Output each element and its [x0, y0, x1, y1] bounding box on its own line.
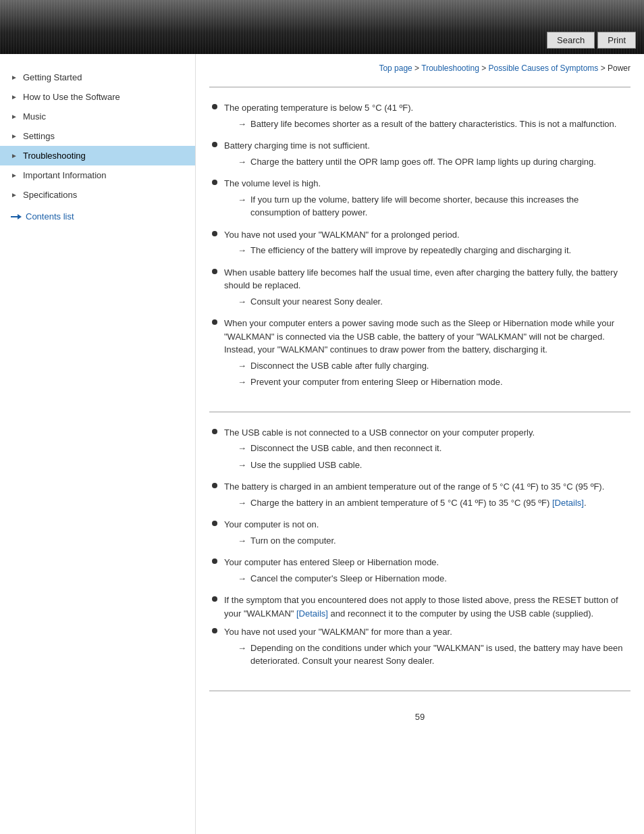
details-link-2[interactable]: [Details]: [296, 608, 328, 619]
bullet-item: The battery is charged in an ambient tem…: [209, 480, 630, 513]
arrow-symbol: →: [238, 359, 246, 373]
arrow-item: → Charge the battery until the OPR lamp …: [224, 155, 630, 169]
arrow-icon: ►: [11, 132, 19, 140]
bullet-item: The volume level is high. → If you turn …: [209, 177, 630, 223]
bullet-dot: [212, 104, 217, 109]
main-content: Top page > Troubleshooting > Possible Ca…: [196, 54, 644, 834]
breadcrumb-troubleshooting[interactable]: Troubleshooting: [421, 63, 479, 73]
sidebar-item-label: Settings: [23, 131, 55, 141]
arrow-item: → Charge the battery in an ambient tempe…: [224, 496, 630, 510]
sidebar-item-label: Troubleshooting: [23, 151, 86, 161]
bullet-dot: [212, 180, 217, 185]
page-number: 59: [209, 698, 630, 722]
print-button[interactable]: Print: [597, 32, 636, 49]
arrow-symbol: →: [238, 642, 246, 655]
bullet-dot: [212, 483, 217, 488]
bullet-dot: [212, 628, 217, 633]
arrow-item: → If you turn up the volume, battery lif…: [224, 193, 630, 219]
sidebar-item-label: Specifications: [23, 190, 77, 200]
bullet-item: Battery charging time is not sufficient.…: [209, 139, 630, 172]
arrow-text: Depending on the conditions under which …: [250, 642, 630, 668]
bullet-text: You have not used your "WALKMAN" for a p…: [224, 230, 460, 240]
bullet-item: If the symptom that you encountered does…: [209, 594, 630, 620]
bullet-item: Your computer has entered Sleep or Hiber…: [209, 556, 630, 588]
sidebar-item-settings[interactable]: ► Settings: [0, 126, 195, 146]
section2: The USB cable is not connected to a USB …: [209, 419, 630, 683]
bullet-text: Your computer is not on.: [224, 519, 319, 529]
page-layout: ► Getting Started ► How to Use the Softw…: [0, 54, 644, 834]
arrow-text: If you turn up the volume, battery life …: [250, 193, 630, 219]
arrow-icon: ►: [11, 152, 19, 159]
arrow-item: → Cancel the computer's Sleep or Hiberna…: [224, 572, 630, 585]
arrow-right-icon: [11, 213, 23, 221]
bullet-item: The USB cable is not connected to a USB …: [209, 426, 630, 475]
breadcrumb-possible-causes[interactable]: Possible Causes of Symptoms: [489, 63, 599, 73]
arrow-text: Battery life becomes shorter as a result…: [250, 118, 630, 131]
arrow-item: → Turn on the computer.: [224, 534, 630, 548]
section-divider-middle: [209, 411, 630, 413]
arrow-symbol: →: [238, 459, 246, 472]
arrow-symbol: →: [238, 572, 246, 585]
search-button[interactable]: Search: [547, 32, 595, 49]
arrow-symbol: →: [238, 244, 246, 257]
sidebar-item-important-info[interactable]: ► Important Information: [0, 165, 195, 185]
arrow-item: → The efficiency of the battery will imp…: [224, 244, 630, 257]
page-header: Search Print: [0, 0, 644, 54]
section-divider-top: [209, 86, 630, 88]
bullet-text: The volume level is high.: [224, 178, 321, 188]
arrow-item: → Use the supplied USB cable.: [224, 459, 630, 472]
breadcrumb-top-page[interactable]: Top page: [379, 63, 412, 73]
arrow-item: → Disconnect the USB cable, and then rec…: [224, 442, 630, 455]
arrow-item: → Battery life becomes shorter as a resu…: [224, 118, 630, 131]
breadcrumb: Top page > Troubleshooting > Possible Ca…: [209, 54, 630, 80]
arrow-symbol: →: [238, 155, 246, 169]
arrow-symbol: →: [238, 118, 246, 131]
arrow-text: Charge the battery in an ambient tempera…: [250, 496, 630, 510]
sidebar-item-label: Music: [23, 111, 46, 122]
bullet-item: When your computer enters a power saving…: [209, 317, 630, 392]
bullet-dot: [212, 596, 217, 602]
arrow-text: Prevent your computer from entering Slee…: [250, 375, 630, 389]
sidebar-item-how-to-use[interactable]: ► How to Use the Software: [0, 87, 195, 107]
sidebar-item-music[interactable]: ► Music: [0, 107, 195, 126]
sidebar-item-troubleshooting[interactable]: ► Troubleshooting: [0, 146, 195, 165]
arrow-symbol: →: [238, 496, 246, 510]
bullet-item: You have not used your "WALKMAN" for mor…: [209, 625, 630, 671]
sidebar: ► Getting Started ► How to Use the Softw…: [0, 54, 196, 834]
arrow-symbol: →: [238, 534, 246, 548]
arrow-text: Charge the battery until the OPR lamp go…: [250, 155, 630, 169]
sidebar-item-label: Important Information: [23, 170, 107, 180]
bullet-dot: [212, 231, 217, 236]
bullet-item: When usable battery life becomes half th…: [209, 266, 630, 312]
bullet-dot: [212, 429, 217, 434]
bullet-text: The operating temperature is below 5 °C …: [224, 103, 413, 113]
header-buttons: Search Print: [547, 32, 636, 49]
breadcrumb-sep3: >: [598, 63, 608, 73]
bullet-text: You have not used your "WALKMAN" for mor…: [224, 627, 452, 637]
breadcrumb-power: Power: [608, 63, 630, 73]
bullet-item: The operating temperature is below 5 °C …: [209, 101, 630, 134]
bullet-dot: [212, 142, 217, 147]
contents-list-label: Contents list: [26, 211, 74, 221]
arrow-text: Disconnect the USB cable, and then recon…: [250, 442, 630, 455]
arrow-icon: ►: [11, 74, 19, 81]
arrow-symbol: →: [238, 442, 246, 455]
contents-list-link[interactable]: Contents list: [0, 205, 195, 228]
arrow-text: Turn on the computer.: [250, 534, 630, 548]
arrow-icon: ►: [11, 93, 19, 101]
arrow-text: Disconnect the USB cable after fully cha…: [250, 359, 630, 373]
bullet-dot: [212, 319, 217, 325]
arrow-item: → Depending on the conditions under whic…: [224, 642, 630, 668]
arrow-symbol: →: [238, 375, 246, 389]
sidebar-item-specifications[interactable]: ► Specifications: [0, 185, 195, 205]
breadcrumb-sep2: >: [479, 63, 489, 73]
bullet-text: When usable battery life becomes half th…: [224, 267, 618, 291]
breadcrumb-sep1: >: [412, 63, 421, 73]
sidebar-item-label: Getting Started: [23, 72, 82, 82]
section-divider-bottom: [209, 690, 630, 692]
bullet-dot: [212, 558, 217, 564]
sidebar-item-getting-started[interactable]: ► Getting Started: [0, 68, 195, 87]
details-link-1[interactable]: [Details]: [552, 498, 584, 508]
bullet-dot: [212, 269, 217, 274]
bullet-dot: [212, 521, 217, 526]
